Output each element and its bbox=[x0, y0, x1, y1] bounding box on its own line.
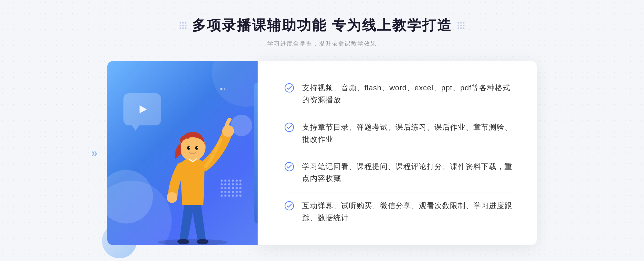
feature-text-4: 互动弹幕、试听购买、微信分享、观看次数限制、学习进度跟踪、数据统计 bbox=[302, 200, 515, 224]
svg-point-15 bbox=[285, 202, 294, 210]
subtitle: 学习进度全掌握，提升录播课教学效果 bbox=[180, 40, 464, 48]
feature-item-2: 支持章节目录、弹题考试、课后练习、课后作业、章节测验、批改作业 bbox=[284, 114, 515, 153]
feature-item-3: 学习笔记回看、课程提问、课程评论打分、课件资料下载，重点内容收藏 bbox=[284, 153, 515, 193]
left-decorative-dots bbox=[180, 22, 186, 29]
svg-point-13 bbox=[285, 123, 294, 132]
person-illustration bbox=[142, 100, 244, 245]
check-icon-1 bbox=[284, 83, 294, 93]
feature-text-3: 学习笔记回看、课程提问、课程评论打分、课件资料下载，重点内容收藏 bbox=[302, 161, 515, 185]
feature-text-1: 支持视频、音频、flash、word、excel、ppt、pdf等各种格式的资源… bbox=[302, 82, 515, 106]
svg-point-8 bbox=[187, 146, 190, 150]
svg-point-9 bbox=[189, 147, 190, 148]
svg-point-10 bbox=[195, 146, 198, 150]
right-accent-bar bbox=[254, 83, 258, 223]
svg-point-3 bbox=[197, 239, 208, 244]
header-title-row: 多项录播课辅助功能 专为线上教学打造 bbox=[180, 16, 464, 35]
dot-grid-right bbox=[458, 22, 464, 29]
chevron-symbol: » bbox=[91, 147, 97, 159]
svg-point-5 bbox=[167, 192, 177, 203]
check-icon-4 bbox=[284, 201, 294, 211]
svg-point-2 bbox=[177, 239, 189, 244]
illustration-panel bbox=[107, 61, 258, 245]
main-title: 多项录播课辅助功能 专为线上教学打造 bbox=[192, 16, 452, 35]
svg-point-11 bbox=[197, 147, 198, 148]
dot-grid-left bbox=[180, 22, 186, 29]
left-chevron-decoration: » bbox=[91, 147, 97, 159]
page-wrapper: 多项录播课辅助功能 专为线上教学打造 学习进度全掌握，提升录播课教学效果 » bbox=[0, 5, 644, 255]
header-section: 多项录播课辅助功能 专为线上教学打造 学习进度全掌握，提升录播课教学效果 bbox=[180, 16, 464, 48]
check-icon-2 bbox=[284, 122, 294, 132]
feature-text-2: 支持章节目录、弹题考试、课后练习、课后作业、章节测验、批改作业 bbox=[302, 121, 515, 146]
feature-item-4: 互动弹幕、试听购买、微信分享、观看次数限制、学习进度跟踪、数据统计 bbox=[284, 192, 515, 232]
svg-point-1 bbox=[158, 239, 228, 245]
features-panel: 支持视频、音频、flash、word、excel、ppt、pdf等各种格式的资源… bbox=[258, 61, 537, 245]
svg-point-14 bbox=[285, 162, 294, 171]
check-icon-3 bbox=[284, 162, 294, 171]
right-decorative-dots bbox=[458, 22, 464, 29]
feature-item-1: 支持视频、音频、flash、word、excel、ppt、pdf等各种格式的资源… bbox=[284, 74, 515, 114]
content-area: 支持视频、音频、flash、word、excel、ppt、pdf等各种格式的资源… bbox=[107, 61, 537, 245]
sparkle-dots bbox=[220, 88, 225, 90]
svg-point-12 bbox=[285, 84, 294, 92]
